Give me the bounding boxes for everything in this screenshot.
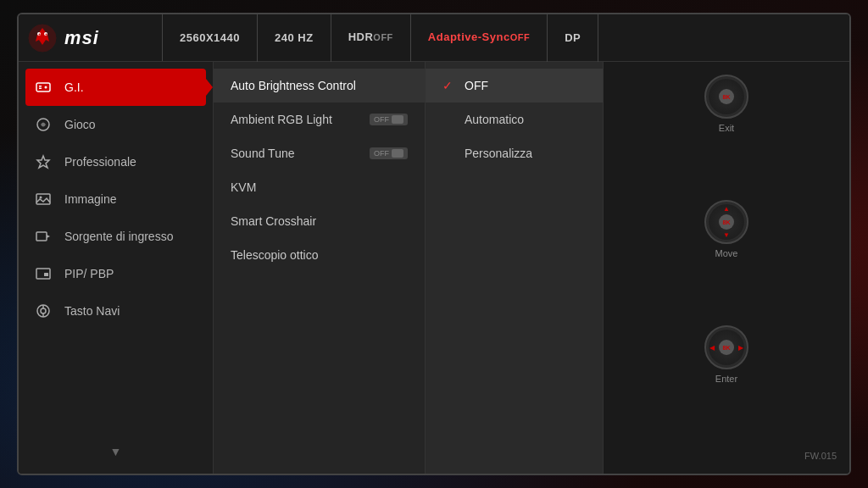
menu-item-smart-crosshair[interactable]: Smart Crosshair — [214, 204, 425, 238]
monitor-frame: msi 2560X1440 240 HZ HDR OFF Adaptive-Sy… — [17, 13, 851, 475]
sidebar-tasto-label: Tasto Navi — [64, 304, 120, 318]
exit-center-btn[interactable]: 8K — [719, 89, 734, 104]
telescopio-label: Telescopio ottico — [231, 248, 319, 262]
ambient-rgb-toggle-dot — [392, 115, 403, 124]
controls-panel: 8K Exit ▲ ▼ 8K Move ◀ — [604, 62, 849, 474]
gioco-icon — [34, 115, 53, 134]
sidebar-pip-label: PIP/ PBP — [64, 267, 114, 280]
header-port: DP — [548, 14, 598, 62]
svg-point-17 — [41, 308, 46, 313]
move-dial[interactable]: ▲ ▼ 8K — [704, 200, 748, 244]
header-stats: 2560X1440 240 HZ HDR OFF Adaptive-Sync O… — [163, 14, 841, 62]
header-hdr: HDR OFF — [331, 14, 411, 62]
arrow-right-icon: ▶ — [738, 344, 743, 352]
sound-tune-toggle[interactable]: OFF — [370, 147, 408, 159]
move-control-group: ▲ ▼ 8K Move — [704, 200, 748, 258]
sorgente-icon — [34, 227, 53, 246]
enter-control-group: ◀ ▶ 8K Enter — [704, 325, 748, 384]
msi-dragon-icon — [27, 23, 58, 53]
option-off[interactable]: ✓ OFF — [426, 69, 603, 103]
option-automatico[interactable]: ✓ Automatico — [426, 103, 603, 136]
menu-item-kvm[interactable]: KVM — [214, 170, 425, 204]
gi-icon — [34, 78, 53, 97]
sidebar-item-tasto[interactable]: Tasto Navi — [19, 292, 213, 330]
sidebar-gioco-label: Gioco — [64, 118, 96, 131]
hdr-label: HDR — [348, 30, 374, 45]
menu-item-auto-brightness[interactable]: Auto Brightness Control — [214, 69, 425, 103]
svg-point-8 — [45, 86, 47, 89]
exit-control-group: 8K Exit — [704, 75, 748, 133]
smart-crosshair-label: Smart Crosshair — [231, 214, 316, 228]
svg-point-4 — [46, 33, 47, 35]
sound-tune-toggle-dot — [392, 149, 403, 158]
sound-tune-toggle-state: OFF — [374, 149, 389, 158]
middle-panel: Auto Brightness Control Ambient RGB Ligh… — [214, 62, 426, 474]
adaptive-sync-value: OFF — [510, 31, 531, 43]
enter-label: Enter — [715, 374, 737, 384]
svg-rect-5 — [36, 83, 50, 92]
sidebar-professionale-label: Professionale — [64, 155, 136, 169]
arrow-left-icon: ◀ — [709, 344, 715, 352]
option-automatico-label: Automatico — [465, 113, 524, 126]
arrow-up-icon: ▲ — [723, 205, 730, 213]
option-personalizza[interactable]: ✓ Personalizza — [426, 136, 603, 170]
menu-item-sound-tune[interactable]: Sound Tune OFF — [214, 136, 425, 170]
hdr-value: OFF — [373, 31, 393, 43]
exit-dial[interactable]: 8K — [704, 75, 748, 119]
kvm-label: KVM — [231, 180, 256, 194]
main-content: G.I. Gioco Professionale — [19, 62, 849, 474]
check-mark-off: ✓ — [442, 79, 456, 92]
sidebar-more-arrow[interactable]: ▼ — [19, 436, 213, 467]
svg-rect-7 — [39, 88, 42, 90]
sidebar-immagine-label: Immagine — [64, 192, 116, 206]
sidebar-sorgente-label: Sorgente di ingresso — [64, 230, 173, 243]
professionale-icon — [34, 152, 53, 171]
logo-area: msi — [27, 14, 163, 61]
move-center-btn[interactable]: 8K — [719, 214, 734, 230]
tasto-icon — [34, 302, 53, 320]
menu-item-ambient-rgb[interactable]: Ambient RGB Light OFF — [214, 103, 425, 136]
svg-point-3 — [39, 33, 41, 35]
enter-center-btn[interactable]: 8K — [719, 340, 734, 355]
sidebar-gi-label: G.I. — [64, 80, 84, 94]
arrow-down-icon: ▼ — [723, 231, 730, 239]
sidebar-item-pip[interactable]: PIP/ PBP — [19, 255, 213, 292]
ambient-rgb-label: Ambient RGB Light — [231, 113, 332, 126]
svg-rect-13 — [36, 232, 47, 241]
sidebar-item-gi[interactable]: G.I. — [25, 69, 206, 106]
option-off-label: OFF — [465, 79, 488, 92]
ambient-rgb-toggle[interactable]: OFF — [370, 114, 408, 125]
right-panel: ✓ OFF ✓ Automatico ✓ Personalizza — [426, 62, 604, 474]
pip-icon — [34, 264, 53, 283]
svg-rect-15 — [44, 273, 48, 276]
move-label: Move — [715, 248, 738, 258]
auto-brightness-label: Auto Brightness Control — [231, 79, 356, 92]
header-bar: msi 2560X1440 240 HZ HDR OFF Adaptive-Sy… — [19, 14, 849, 62]
header-adaptive-sync: Adaptive-Sync OFF — [411, 14, 548, 62]
exit-label: Exit — [719, 123, 734, 133]
svg-rect-6 — [39, 86, 42, 87]
fw-version-label: FW.015 — [804, 451, 837, 461]
msi-logo: msi — [27, 23, 99, 53]
adaptive-sync-label: Adaptive-Sync — [428, 30, 510, 45]
sidebar: G.I. Gioco Professionale — [19, 62, 214, 474]
exit-center-label: 8K — [723, 94, 731, 100]
immagine-icon — [34, 190, 53, 208]
svg-marker-10 — [37, 156, 49, 168]
sidebar-item-sorgente[interactable]: Sorgente di ingresso — [19, 218, 213, 255]
move-center-label: 8K — [723, 219, 731, 225]
sidebar-item-gioco[interactable]: Gioco — [19, 106, 213, 143]
sidebar-item-professionale[interactable]: Professionale — [19, 143, 213, 180]
ambient-rgb-toggle-state: OFF — [374, 115, 389, 124]
header-resolution: 2560X1440 — [163, 14, 258, 62]
enter-dial[interactable]: ◀ ▶ 8K — [704, 325, 748, 369]
header-refresh-rate: 240 HZ — [258, 14, 331, 62]
option-personalizza-label: Personalizza — [465, 147, 532, 160]
msi-brand-text: msi — [64, 27, 99, 49]
enter-center-label: 8K — [723, 345, 731, 351]
menu-item-telescopio[interactable]: Telescopio ottico — [214, 238, 425, 272]
sidebar-item-immagine[interactable]: Immagine — [19, 180, 213, 218]
sound-tune-label: Sound Tune — [231, 147, 295, 160]
